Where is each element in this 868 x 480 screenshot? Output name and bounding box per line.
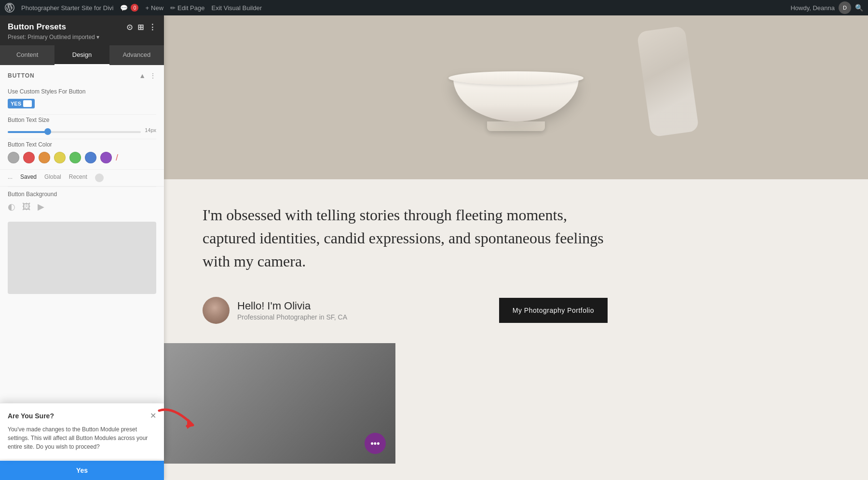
toggle-row: Use Custom Styles For Button YES bbox=[0, 84, 164, 114]
slider-track[interactable] bbox=[8, 131, 141, 133]
tab-content[interactable]: Content bbox=[0, 45, 54, 65]
confirm-close-button[interactable]: ✕ bbox=[150, 411, 156, 420]
collapse-icon[interactable]: ▲ bbox=[139, 72, 146, 80]
content-area: I'm obsessed with telling stories throug… bbox=[164, 179, 646, 343]
right-content: I'm obsessed with telling stories throug… bbox=[164, 15, 868, 480]
slider-thumb[interactable] bbox=[44, 128, 51, 135]
edit-page-link[interactable]: ✏ Edit Page bbox=[170, 4, 204, 12]
toggle-label: Use Custom Styles For Button bbox=[8, 88, 156, 95]
hero-image-inner bbox=[164, 15, 868, 179]
tab-advanced[interactable]: Advanced bbox=[109, 45, 164, 65]
settings-icon[interactable]: ⊙ bbox=[126, 23, 133, 32]
fabric-drape bbox=[637, 26, 699, 137]
author-row: Hello! I'm Olivia Professional Photograp… bbox=[203, 297, 608, 324]
new-link[interactable]: + New bbox=[145, 4, 163, 12]
panel-tabs: Content Design Advanced bbox=[0, 45, 164, 65]
author-avatar-face bbox=[203, 297, 230, 324]
admin-bar-left: Photographer Starter Site for Divi 💬 0 +… bbox=[5, 3, 783, 13]
admin-bar-right: Howdy, Deanna D 🔍 bbox=[790, 1, 863, 14]
confirm-dialog: Are You Sure? ✕ You've made changes to t… bbox=[0, 403, 164, 459]
section-more-icon[interactable]: ⋮ bbox=[149, 72, 156, 80]
saved-tabs: ... Saved Global Recent bbox=[0, 169, 164, 187]
author-avatar bbox=[203, 297, 230, 324]
bg-icon-image[interactable]: 🖼 bbox=[22, 202, 31, 212]
bg-icon-video[interactable]: ▶ bbox=[38, 201, 44, 212]
color-row: Button Text Color / bbox=[0, 139, 164, 169]
main-quote: I'm obsessed with telling stories throug… bbox=[203, 203, 608, 273]
second-image: ••• bbox=[164, 343, 395, 464]
color-picker-icon[interactable]: / bbox=[116, 153, 118, 163]
section-icons: ▲ ⋮ bbox=[139, 72, 156, 80]
bg-label: Button Background bbox=[8, 191, 156, 198]
left-panel: Button Presets ⊙ ⊞ ⋮ Preset: Primary Out… bbox=[0, 15, 164, 480]
author-text: Hello! I'm Olivia Professional Photograp… bbox=[237, 300, 347, 321]
saved-tab-recent[interactable]: Recent bbox=[69, 173, 87, 182]
second-section: ••• bbox=[164, 343, 868, 464]
confirm-title: Are You Sure? bbox=[8, 412, 54, 420]
saved-tab-saved[interactable]: Saved bbox=[20, 173, 37, 182]
tab-design[interactable]: Design bbox=[54, 45, 109, 65]
bg-icons: ◐ 🖼 ▶ bbox=[8, 201, 156, 212]
comments-link[interactable]: 💬 0 bbox=[120, 4, 138, 12]
panel-subtitle[interactable]: Preset: Primary Outlined imported ▾ bbox=[8, 34, 156, 40]
color-swatch-purple[interactable] bbox=[100, 152, 112, 163]
bg-icon-gradient[interactable]: ◐ bbox=[8, 201, 15, 212]
bowl-body bbox=[453, 78, 579, 121]
columns-icon[interactable]: ⊞ bbox=[137, 23, 144, 32]
bowl-scene bbox=[164, 20, 868, 179]
toggle-switch[interactable]: YES bbox=[8, 99, 35, 108]
color-swatch-yellow[interactable] bbox=[54, 152, 66, 163]
site-name-link[interactable]: Photographer Starter Site for Divi bbox=[21, 4, 113, 12]
search-icon[interactable]: 🔍 bbox=[855, 4, 863, 12]
author-name: Hello! I'm Olivia bbox=[237, 300, 347, 312]
section-header: Button ▲ ⋮ bbox=[0, 65, 164, 84]
color-swatches: / bbox=[8, 152, 156, 163]
hero-image bbox=[164, 15, 868, 179]
author-info: Hello! I'm Olivia Professional Photograp… bbox=[203, 297, 347, 324]
slider-value: 14px bbox=[145, 127, 156, 133]
panel-title-text: Button Presets bbox=[8, 22, 66, 32]
main-layout: Button Presets ⊙ ⊞ ⋮ Preset: Primary Out… bbox=[0, 15, 868, 480]
slider-fill bbox=[8, 131, 48, 133]
slider-row: Button Text Size 14px bbox=[0, 115, 164, 139]
section-title: Button bbox=[8, 72, 35, 79]
color-swatch-gray[interactable] bbox=[8, 152, 19, 163]
slider-label: Button Text Size bbox=[8, 117, 156, 123]
panel-title-icons: ⊙ ⊞ ⋮ bbox=[126, 23, 156, 32]
confirm-text: You've made changes to the Button Module… bbox=[8, 425, 156, 451]
author-title: Professional Photographer in SF, CA bbox=[237, 313, 347, 321]
preview-box bbox=[8, 222, 156, 294]
saved-tab-global[interactable]: Global bbox=[44, 173, 61, 182]
toggle-knob bbox=[23, 100, 32, 107]
saved-count bbox=[95, 173, 104, 182]
color-label: Button Text Color bbox=[8, 141, 156, 148]
wordpress-logo[interactable] bbox=[5, 3, 14, 13]
bowl-pedestal bbox=[487, 121, 545, 131]
more-dots-button[interactable]: ••• bbox=[365, 433, 386, 454]
more-icon[interactable]: ⋮ bbox=[149, 23, 156, 32]
bg-row: Button Background ◐ 🖼 ▶ bbox=[0, 187, 164, 218]
howdy-text: Howdy, Deanna bbox=[790, 4, 835, 12]
color-swatch-red[interactable] bbox=[23, 152, 35, 163]
color-swatch-blue[interactable] bbox=[85, 152, 96, 163]
panel-header: Button Presets ⊙ ⊞ ⋮ Preset: Primary Out… bbox=[0, 15, 164, 45]
color-swatch-orange[interactable] bbox=[39, 152, 50, 163]
second-image-bg bbox=[164, 343, 395, 464]
admin-bar: Photographer Starter Site for Divi 💬 0 +… bbox=[0, 0, 868, 15]
exit-builder-link[interactable]: Exit Visual Builder bbox=[211, 4, 262, 12]
bowl-rim bbox=[448, 71, 583, 85]
toggle-yes-text: YES bbox=[11, 101, 21, 107]
confirm-yes-button[interactable]: Yes bbox=[0, 461, 164, 480]
portfolio-button[interactable]: My Photography Portfolio bbox=[499, 298, 608, 323]
confirm-header: Are You Sure? ✕ bbox=[8, 411, 156, 420]
color-swatch-green[interactable] bbox=[69, 152, 81, 163]
comments-count: 0 bbox=[131, 4, 138, 12]
user-avatar[interactable]: D bbox=[839, 1, 851, 14]
saved-tab-dots[interactable]: ... bbox=[8, 173, 13, 182]
panel-title-row: Button Presets ⊙ ⊞ ⋮ bbox=[8, 22, 156, 32]
